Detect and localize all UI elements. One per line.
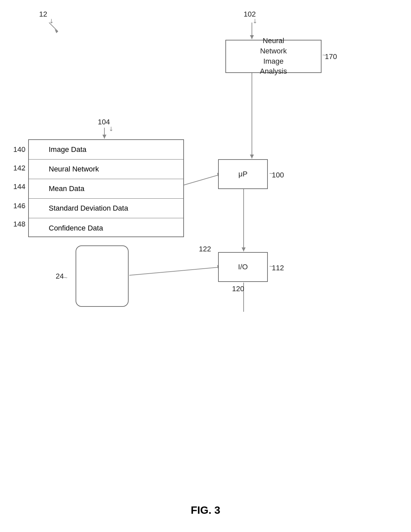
ref-100-label: 100 [272,171,284,179]
tilde-142: ~ [21,166,25,173]
up-box: μP [218,159,268,189]
ref-102-label: 102 [244,10,256,19]
neural-network-analysis-label: Neural Network Image Analysis [250,36,297,77]
svg-marker-5 [102,135,106,139]
confidence-data-label: Confidence Data [49,224,103,233]
svg-marker-11 [242,247,246,251]
io-label: I/O [238,263,248,271]
image-data-label: Image Data [49,145,87,154]
svg-marker-7 [250,155,254,159]
neural-network-analysis-box: Neural Network Image Analysis [225,40,322,73]
tilde-100: ~ [269,170,273,177]
tilde-24: ~ [64,274,68,282]
tilde-144: ~ [21,184,25,192]
memory-row-std-dev: Standard Deviation Data [29,199,183,218]
ref-170-label: 170 [325,52,337,61]
tilde-112: ~ [269,263,273,270]
memory-row-image-data: Image Data [29,140,183,160]
diagram: 12 ↘ 102 ↘ Neural Network Image Analysis… [0,0,411,532]
tilde-140: ~ [21,147,25,155]
io-box: I/O [218,252,268,282]
memory-block: Image Data Neural Network Mean Data Stan… [28,139,184,237]
arrow-12: ↘ [47,17,56,25]
ref-112-label: 112 [272,264,284,272]
ref-120-label: 120 [232,285,244,293]
tilde-146: ~ [21,204,25,211]
ref-12-label: 12 [39,10,47,19]
memory-row-confidence: Confidence Data [29,218,183,238]
up-label: μP [238,170,247,178]
figure-caption: FIG. 3 [162,504,249,516]
device-box [76,245,129,307]
std-dev-label: Standard Deviation Data [49,204,128,213]
ref-104-label: 104 [98,118,110,126]
neural-network-label: Neural Network [49,165,99,173]
svg-marker-1 [55,29,58,33]
ref-24-label: 24 [56,272,64,281]
mean-data-label: Mean Data [49,184,85,193]
tilde-148: ~ [21,222,25,230]
tilde-170: ~ [322,51,326,59]
memory-row-mean-data: Mean Data [29,179,183,199]
connector-lines [0,0,411,532]
ref-122-label: 122 [199,245,211,253]
svg-line-12 [129,267,221,275]
memory-row-neural-network: Neural Network [29,160,183,179]
